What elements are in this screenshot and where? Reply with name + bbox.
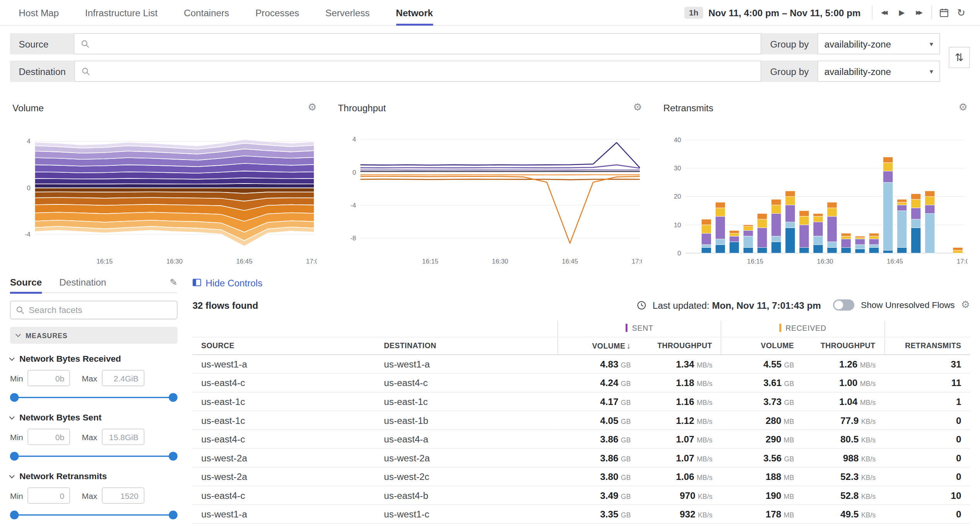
sent-throughput-cell: 1.07MB/s: [640, 429, 721, 448]
table-row[interactable]: us-east4-cus-east4-b3.49GB970KB/s190MB52…: [192, 486, 970, 505]
destination-cell[interactable]: us-west1-c: [375, 504, 558, 523]
source-cell[interactable]: us-east4-c: [192, 486, 375, 505]
facet-tab-source[interactable]: Source: [10, 272, 42, 293]
measures-section-header[interactable]: MEASURES: [10, 327, 177, 344]
volume-chart[interactable]: 40-416:1516:3016:4517:00: [12, 126, 316, 268]
source-cell[interactable]: us-west-2a: [192, 467, 375, 486]
slider-handle-min[interactable]: [10, 393, 19, 402]
tab-containers[interactable]: Containers: [184, 0, 229, 26]
slider-handle-max[interactable]: [169, 393, 178, 402]
facet-search[interactable]: [10, 301, 177, 320]
column-received-throughput[interactable]: THROUGHPUT: [803, 337, 884, 354]
tab-infrastructure-list[interactable]: Infrastructure List: [85, 0, 157, 26]
column-destination[interactable]: DESTINATION: [375, 337, 558, 354]
measure-header[interactable]: Network Bytes Received: [10, 354, 177, 364]
destination-cell[interactable]: us-east-1c: [375, 392, 558, 411]
source-cell[interactable]: us-east4-c: [192, 429, 375, 448]
destination-cell[interactable]: us-west1-a: [375, 354, 558, 373]
source-cell[interactable]: us-east-1c: [192, 392, 375, 411]
svg-text:20: 20: [674, 193, 681, 200]
hide-controls-button[interactable]: Hide Controls: [192, 277, 262, 288]
destination-filter-input[interactable]: [95, 66, 755, 76]
flows-count: 32 flows found: [192, 299, 258, 310]
max-input[interactable]: 2.4GiB: [102, 370, 144, 386]
play-button[interactable]: ▶: [893, 5, 910, 20]
destination-cell[interactable]: us-west-2c: [375, 467, 558, 486]
rewind-button[interactable]: ◀◀: [876, 5, 893, 20]
gear-icon[interactable]: ⚙: [958, 102, 967, 112]
destination-cell[interactable]: us-east4-c: [375, 373, 558, 392]
slider-handle-max[interactable]: [169, 452, 178, 461]
measure-header[interactable]: Network Bytes Sent: [10, 412, 177, 422]
table-row[interactable]: us-east-1cus-east-1c4.17GB1.16MB/s3.73GB…: [192, 392, 970, 411]
fast-forward-button[interactable]: ▶▶: [910, 5, 928, 20]
source-group-by-select[interactable]: availability-zone▾: [817, 33, 940, 54]
measure-header[interactable]: Network Retransmits: [10, 471, 177, 481]
gear-icon[interactable]: ⚙: [961, 300, 970, 310]
destination-cell[interactable]: us-east4-a: [375, 429, 558, 448]
show-unresolved-label: Show Unresolved Flows: [861, 300, 955, 310]
source-filter-input[interactable]: [94, 39, 754, 49]
source-search-field[interactable]: [74, 33, 762, 54]
table-row[interactable]: us-west-2aus-west-2c3.80GB1.06MB/s188MB5…: [192, 467, 970, 486]
destination-cell[interactable]: us-east-1b: [375, 411, 558, 430]
source-cell[interactable]: us-west1-a: [192, 354, 375, 373]
last-updated-value: Mon, Nov 11, 7:01:43 pm: [712, 299, 821, 310]
time-range[interactable]: Nov 11, 4:00 pm – Nov 11, 5:00 pm: [708, 7, 861, 18]
hide-controls-label: Hide Controls: [206, 277, 262, 288]
column-sent-volume[interactable]: VOLUME↓: [558, 337, 640, 354]
table-row[interactable]: us-west1-aus-west1-a4.83GB1.34MB/s4.55GB…: [192, 354, 970, 373]
range-slider[interactable]: [10, 451, 177, 461]
destination-cell[interactable]: us-east4-b: [375, 486, 558, 505]
calendar-icon[interactable]: [935, 5, 952, 20]
range-slider[interactable]: [10, 393, 177, 403]
destination-cell[interactable]: us-west-2a: [375, 448, 558, 467]
sent-volume-cell: 4.24GB: [558, 373, 640, 392]
column-retransmits[interactable]: RETRANSMITS: [885, 337, 970, 354]
show-unresolved-toggle[interactable]: [834, 299, 855, 311]
source-cell[interactable]: us-east4-c: [192, 373, 375, 392]
max-input[interactable]: 1520: [102, 487, 144, 504]
measure-name: Network Bytes Sent: [19, 412, 102, 422]
range-slider[interactable]: [10, 510, 177, 520]
time-range-badge[interactable]: 1h: [685, 7, 703, 19]
slider-handle-max[interactable]: [169, 510, 178, 519]
tab-serverless[interactable]: Serverless: [325, 0, 370, 26]
facet-tab-destination[interactable]: Destination: [59, 272, 106, 293]
facet-search-input[interactable]: [29, 305, 172, 315]
gear-icon[interactable]: ⚙: [308, 102, 316, 112]
table-row[interactable]: us-east-1cus-east-1b4.05GB1.12MB/s280MB7…: [192, 411, 970, 430]
svg-text:0: 0: [352, 168, 356, 176]
destination-group-by-select[interactable]: availability-zone▾: [817, 61, 940, 82]
refresh-icon[interactable]: ↻: [953, 5, 970, 20]
destination-search-field[interactable]: [75, 61, 762, 82]
table-row[interactable]: us-west1-aus-west1-c3.35GB932KB/s178MB49…: [192, 504, 970, 523]
playback-controls: ◀◀ ▶ ▶▶ ↻: [869, 5, 970, 20]
min-input[interactable]: 0b: [27, 429, 70, 445]
min-input[interactable]: 0: [27, 487, 70, 504]
swap-source-destination-button[interactable]: ⇅: [949, 47, 970, 68]
tab-processes[interactable]: Processes: [255, 0, 299, 26]
min-input[interactable]: 0b: [27, 370, 70, 386]
table-row[interactable]: us-east4-cus-east4-c4.24GB1.18MB/s3.61GB…: [192, 373, 970, 392]
column-received-volume[interactable]: VOLUME: [721, 337, 803, 354]
slider-handle-min[interactable]: [10, 452, 19, 461]
source-cell[interactable]: us-west1-a: [192, 504, 375, 523]
table-row[interactable]: us-west-2aus-west-2a3.86GB1.07MB/s3.56GB…: [192, 448, 970, 467]
table-row[interactable]: us-east4-cus-east4-a3.86GB1.07MB/s290MB8…: [192, 429, 970, 448]
received-throughput-cell: 77.9KB/s: [803, 411, 884, 430]
source-cell[interactable]: us-east-1c: [192, 411, 375, 430]
throughput-chart[interactable]: 40-4-816:1516:3016:4517:00: [338, 126, 642, 268]
gear-icon[interactable]: ⚙: [633, 102, 642, 112]
slider-handle-min[interactable]: [10, 510, 19, 519]
tab-network[interactable]: Network: [396, 0, 433, 26]
retransmits-chart[interactable]: 01020304016:1516:3016:4517:00: [664, 126, 968, 268]
column-source[interactable]: SOURCE: [192, 337, 375, 354]
max-input[interactable]: 15.8GiB: [102, 429, 144, 445]
column-sent-throughput[interactable]: THROUGHPUT: [640, 337, 721, 354]
sent-throughput-cell: 932KB/s: [640, 504, 721, 523]
measure-name: Network Bytes Received: [19, 354, 121, 364]
source-cell[interactable]: us-west-2a: [192, 448, 375, 467]
tab-host-map[interactable]: Host Map: [19, 0, 59, 26]
pencil-icon[interactable]: ✎: [170, 277, 177, 288]
